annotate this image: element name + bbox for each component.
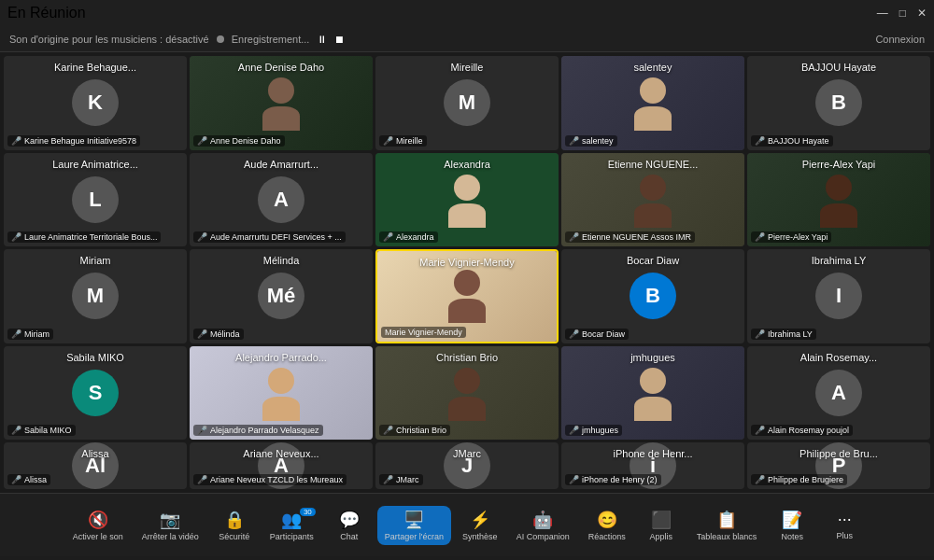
topbar: Son d'origine pour les musiciens : désac…	[0, 26, 934, 52]
security-label: Sécurité	[219, 532, 249, 541]
participant-name-top: Alissa	[4, 448, 187, 459]
participant-name-bottom: 🎤Mélinda	[193, 329, 244, 340]
participant-name-bottom: 🎤Laure Animatrice Territoriale Bous...	[7, 231, 161, 243]
participant-name-top: Bocar Diaw	[561, 255, 744, 266]
participant-name-top: Aude Amarrurt...	[190, 159, 373, 170]
participant-name-bottom: 🎤Alexandra	[379, 231, 438, 243]
security-icon: 🔒	[224, 510, 245, 530]
toolbar-btn-security[interactable]: 🔒Sécurité	[210, 506, 259, 545]
participant-name-top: Philippe de Bru...	[747, 448, 930, 459]
participant-tile: BBocar Diaw🎤Bocar Diaw	[561, 249, 744, 343]
participant-tile: AAude Amarrurt...🎤Aude Amarrurtu DEFI Se…	[190, 153, 373, 247]
participant-name-top: JMarc	[375, 448, 559, 459]
participant-name-bottom: 🎤Alissa	[7, 474, 50, 485]
participant-name-top: iPhone de Henr...	[561, 448, 744, 459]
participant-name-bottom: 🎤iPhone de Henry (2)	[565, 474, 661, 485]
toolbar-btn-notes[interactable]: 📝Notes	[768, 506, 816, 545]
more-label: Plus	[836, 531, 853, 540]
participant-name-bottom: 🎤Karine Behague Initiative9578	[7, 135, 140, 147]
reactions-icon: 😊	[597, 510, 617, 530]
participant-tile: MMireille🎤Mireille	[375, 56, 559, 150]
participant-tile: AAlain Rosemay...🎤Alain Rosemay poujol	[747, 346, 930, 441]
toolbar-btn-participants[interactable]: 30👥Participants	[262, 506, 321, 545]
synth-icon: ⚡	[470, 510, 490, 530]
participant-name-bottom: 🎤Ariane Neveux TZCLD les Mureaux	[193, 474, 347, 485]
toolbar-btn-ai[interactable]: 🤖AI Companion	[509, 506, 577, 545]
participant-name-top: Ibrahima LY	[747, 255, 930, 266]
share-icon: 🖥️	[403, 510, 424, 530]
participant-name-top: Marie Vignier-Mendy	[377, 257, 557, 268]
participant-name-bottom: 🎤Anne Denise Daho	[193, 135, 285, 147]
close-button[interactable]: ✕	[917, 7, 927, 20]
participant-name-bottom: 🎤Philippe de Brugiere	[751, 474, 847, 485]
participant-name-bottom: 🎤Etienne NGUENE Assos IMR	[565, 231, 695, 243]
participant-tile: MMiriam🎤Miriam	[4, 249, 187, 343]
toolbar-btn-chat[interactable]: 💬Chat	[325, 506, 374, 545]
participant-tile: BBAJJOU Hayate🎤BAJJOU Hayate	[747, 56, 930, 150]
toolbar-btn-more[interactable]: ···Plus	[820, 506, 869, 544]
toolbar-btn-synth[interactable]: ⚡Synthèse	[455, 506, 505, 545]
participant-name-top: Mireille	[375, 62, 559, 73]
participant-name-bottom: 🎤Alejandro Parrado Velasquez	[193, 425, 323, 436]
participant-name-bottom: 🎤Pierre-Alex Yapi	[751, 231, 831, 243]
participant-tile: Anne Denise Daho🎤Anne Denise Daho	[190, 56, 373, 150]
participant-grid: KKarine Behague...🎤Karine Behague Initia…	[0, 52, 934, 493]
participant-tile: salentey🎤salentey	[561, 56, 744, 150]
participant-tile: PPhilippe de Bru...🎤Philippe de Brugiere	[747, 442, 930, 489]
participant-tile: Etienne NGUENE...🎤Etienne NGUENE Assos I…	[561, 153, 744, 247]
synth-label: Synthèse	[462, 532, 498, 541]
participant-name-bottom: 🎤Ibrahima LY	[751, 329, 816, 340]
audio-icon: 🔇	[88, 510, 108, 530]
participant-name-top: salentey	[561, 62, 744, 73]
minimize-button[interactable]: —	[877, 7, 888, 20]
video-icon: 📷	[160, 510, 180, 530]
participant-name-bottom: 🎤JMarc	[379, 474, 423, 485]
toolbar-btn-whiteboard[interactable]: 📋Tableaux blancs	[689, 506, 765, 545]
participant-name-bottom: 🎤jmhugues	[565, 425, 622, 436]
more-icon: ···	[838, 510, 852, 529]
participant-name-bottom: 🎤Christian Brio	[379, 425, 450, 436]
titlebar-controls: — □ ✕	[877, 7, 927, 20]
ai-icon: 🤖	[532, 510, 553, 530]
apps-icon: ⬛	[651, 510, 672, 530]
titlebar: En Réunion — □ ✕	[0, 0, 934, 26]
participant-tile: Alejandro Parrado...🎤Alejandro Parrado V…	[190, 346, 373, 441]
participant-name-bottom: 🎤Aude Amarrurtu DEFI Services + ...	[193, 231, 346, 243]
topbar-left: Son d'origine pour les musiciens : désac…	[9, 34, 345, 45]
audio-label: Activer le son	[73, 532, 123, 541]
participant-name-top: Etienne NGUENE...	[561, 159, 744, 170]
participant-name-bottom: 🎤Alain Rosemay poujol	[751, 425, 853, 436]
participant-tile: MéMélinda🎤Mélinda	[190, 249, 373, 343]
toolbar-btn-video[interactable]: 📷Arrêter la vidéo	[134, 506, 206, 545]
meeting-toolbar: 🔇Activer le son📷Arrêter la vidéo🔒Sécurit…	[0, 493, 934, 556]
participant-name-top: Karine Behague...	[4, 62, 187, 73]
toolbar-btn-apps[interactable]: ⬛Applis	[637, 506, 686, 545]
whiteboard-label: Tableaux blancs	[697, 532, 757, 541]
reactions-label: Réactions	[588, 532, 626, 541]
participant-tile: SSabila MIKO🎤Sabila MIKO	[4, 346, 187, 441]
participant-name-top: Mélinda	[190, 255, 373, 266]
toolbar-btn-share[interactable]: 🖥️Partager l'écran	[377, 506, 451, 545]
participants-icon: 👥	[281, 510, 302, 530]
participant-tile: LLaure Animatrice...🎤Laure Animatrice Te…	[4, 153, 187, 247]
toolbar-btn-audio[interactable]: 🔇Activer le son	[65, 506, 131, 545]
toolbar-btn-reactions[interactable]: 😊Réactions	[581, 506, 633, 545]
participant-tile: AlAlissa🎤Alissa	[4, 442, 187, 489]
topbar-right: Connexion	[875, 34, 925, 45]
participant-name-top: Miriam	[4, 255, 187, 266]
participant-name-top: Alexandra	[375, 159, 559, 170]
notes-icon: 📝	[782, 510, 802, 530]
participant-tile: Pierre-Alex Yapi🎤Pierre-Alex Yapi	[747, 153, 930, 247]
participant-name-bottom: 🎤Sabila MIKO	[7, 425, 76, 436]
participant-name-top: Christian Brio	[375, 352, 559, 363]
windows-taskbar: ⊞ 🔍 Rechercher 🌐 📁 ✉️ T W P E 🛍️ ⚙️ 7°C …	[0, 556, 934, 560]
notes-label: Notes	[781, 532, 803, 541]
video-label: Arrêter la vidéo	[142, 532, 199, 541]
participant-name-top: Pierre-Alex Yapi	[747, 159, 930, 170]
chat-label: Chat	[340, 532, 358, 541]
maximize-button[interactable]: □	[899, 7, 906, 20]
participant-tile: IIbrahima LY🎤Ibrahima LY	[747, 249, 930, 343]
participant-name-top: Alain Rosemay...	[747, 352, 930, 363]
titlebar-title: En Réunion	[7, 5, 86, 21]
participant-name-bottom: 🎤BAJJOU Hayate	[751, 135, 833, 147]
